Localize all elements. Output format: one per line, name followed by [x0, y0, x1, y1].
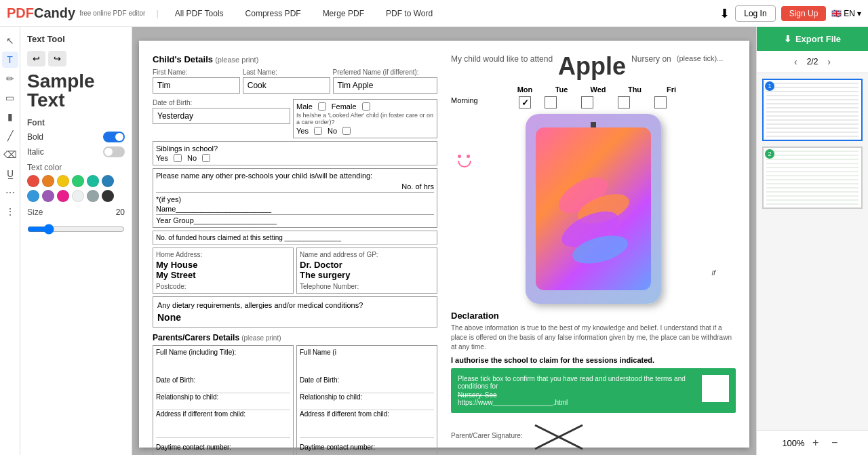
- color-swatch-red[interactable]: [27, 175, 39, 187]
- preferred-name-label: Preferred Name (if different):: [333, 68, 438, 76]
- color-swatch-blue-dark[interactable]: [102, 175, 114, 187]
- signature-area: [528, 418, 610, 452]
- ipad-container: if: [451, 114, 736, 304]
- line-tool[interactable]: ╱: [2, 127, 18, 144]
- daytime-tel-2: Daytime contact number:: [300, 443, 434, 451]
- last-name-label: Last Name:: [243, 68, 330, 76]
- dietary-label: Any dietary requirements, allergies and/…: [157, 301, 433, 309]
- color-swatch-gray[interactable]: [87, 190, 99, 202]
- thumbnail-area: 1 2: [757, 73, 868, 430]
- name-label: Name: [156, 205, 176, 213]
- color-swatch-pink[interactable]: [57, 190, 69, 202]
- login-button[interactable]: Log In: [735, 5, 775, 22]
- thumbnail-1[interactable]: 1: [762, 79, 863, 141]
- more-tool-1[interactable]: ⋯: [2, 184, 18, 201]
- nursery-see: Nursery. See: [458, 391, 497, 399]
- nursery-header: My child would like to attend Apple Nurs…: [451, 54, 736, 79]
- siblings-label: Siblings in school?: [156, 144, 434, 153]
- female-checkbox[interactable]: [362, 102, 370, 111]
- pdf-to-word-button[interactable]: PDF to Word: [380, 6, 438, 21]
- italic-toggle[interactable]: [103, 146, 125, 157]
- full-name-label-2: Full Name (i: [300, 349, 434, 356]
- next-page-button[interactable]: ›: [823, 55, 835, 68]
- page-indicator: 2/2: [807, 57, 818, 66]
- confirm-checkbox[interactable]: [702, 375, 729, 402]
- year-group-label: Year Group: [156, 216, 194, 224]
- color-swatch-yellow[interactable]: [57, 175, 69, 187]
- thu-morning-cell: [618, 96, 652, 108]
- nursery-intro: My child would like to attend: [451, 54, 553, 64]
- color-swatch-white[interactable]: [72, 190, 84, 202]
- if-label: if: [712, 269, 716, 277]
- mon-morning-check: ✓: [519, 96, 531, 108]
- zoom-in-button[interactable]: +: [808, 435, 824, 451]
- flag-icon: 🇬🇧: [831, 9, 842, 18]
- color-swatch-black[interactable]: [102, 190, 114, 202]
- color-palette: [27, 175, 125, 202]
- nav-right: ⬇ Log In Sign Up 🇬🇧 EN ▾: [719, 5, 861, 22]
- right-panel: ⬇ Export File ‹ 2/2 › 1 2 100% + −: [756, 27, 868, 455]
- lang-label: EN: [844, 9, 855, 18]
- thumbnail-2[interactable]: 2: [762, 146, 863, 209]
- highlight-tool[interactable]: ▮: [2, 108, 18, 125]
- right-form-column: My child would like to attend Apple Nurs…: [451, 54, 736, 455]
- color-swatch-purple[interactable]: [42, 190, 54, 202]
- underline-tool[interactable]: U̲: [2, 165, 18, 182]
- color-swatch-cyan[interactable]: [87, 175, 99, 187]
- full-name-label-1: Full Name (including Title):: [156, 349, 290, 356]
- merge-pdf-button[interactable]: Merge PDF: [317, 6, 370, 21]
- compress-pdf-button[interactable]: Compress PDF: [240, 6, 307, 21]
- declaration-text: The above information is true to the bes…: [451, 323, 736, 352]
- size-slider[interactable]: [27, 224, 125, 235]
- declaration-title: Declaration: [451, 311, 736, 321]
- pdf-area: Child's Details (please print) First Nam…: [132, 27, 756, 455]
- child-details-note: (please print): [215, 56, 258, 64]
- nav-separator: |: [156, 8, 158, 18]
- text-tool-panel: Text Tool ↩ ↪ Sample Text Font Bold Ital…: [20, 27, 132, 455]
- zoom-out-button[interactable]: −: [827, 435, 843, 451]
- ipad-image: [526, 114, 661, 304]
- size-value: 20: [116, 207, 125, 217]
- siblings-no-cb[interactable]: [202, 154, 210, 162]
- export-button[interactable]: ⬇ Export File: [757, 27, 868, 51]
- parent-sig-label: Parent/Carer Signature:: [451, 432, 523, 439]
- url-end: .html: [553, 399, 568, 406]
- eraser-tool[interactable]: ⌫: [2, 146, 18, 163]
- color-swatch-blue-light[interactable]: [27, 190, 39, 202]
- all-tools-button[interactable]: All PDF Tools: [170, 6, 229, 21]
- cursor-tool[interactable]: ↖: [2, 33, 18, 49]
- logo-text: PDFCandy: [7, 5, 75, 21]
- no-hrs-label: No. of hrs: [401, 182, 434, 191]
- export-label: Export File: [795, 34, 841, 44]
- home-address-label: Home Address:: [156, 251, 290, 258]
- undo-button[interactable]: ↩: [27, 51, 45, 66]
- size-row: Size 20: [27, 207, 125, 217]
- confirm-terms-text: Please tick box to confirm that you have…: [458, 375, 696, 390]
- signup-button[interactable]: Sign Up: [781, 6, 827, 21]
- siblings-yes-cb[interactable]: [174, 154, 182, 162]
- color-swatch-orange[interactable]: [42, 175, 54, 187]
- text-tool[interactable]: T: [2, 52, 18, 68]
- nursery-name: Apple: [558, 54, 626, 79]
- main-layout: ↖ T ✏ ▭ ▮ ╱ ⌫ U̲ ⋯ ⋮ Text Tool ↩ ↪ Sampl…: [0, 27, 868, 455]
- more-tool-2[interactable]: ⋮: [2, 203, 18, 220]
- male-checkbox[interactable]: [318, 102, 326, 111]
- color-swatch-green[interactable]: [72, 175, 84, 187]
- bold-toggle[interactable]: [103, 132, 125, 142]
- postcode-label: Postcode:: [156, 283, 290, 290]
- dob-parent-label-2: Date of Birth:: [300, 376, 434, 384]
- signature-x: [528, 418, 610, 452]
- nursery-see-label: Nursery. See: [458, 391, 696, 399]
- prev-page-button[interactable]: ‹: [790, 55, 802, 68]
- no-checkbox[interactable]: [342, 127, 351, 135]
- shape-tool[interactable]: ▭: [2, 90, 18, 106]
- yes-checkbox[interactable]: [314, 127, 322, 135]
- logo: PDFCandy free online PDF editor: [7, 5, 145, 21]
- pen-tool[interactable]: ✏: [2, 71, 18, 87]
- bold-row: Bold: [27, 132, 125, 142]
- funded-hours-label: No. of funded hours claimed at this sett…: [156, 234, 283, 241]
- language-button[interactable]: 🇬🇧 EN ▾: [831, 9, 861, 18]
- redo-button[interactable]: ↪: [48, 51, 66, 66]
- no-label: No: [328, 127, 337, 135]
- wed-morning-box: [581, 96, 593, 108]
